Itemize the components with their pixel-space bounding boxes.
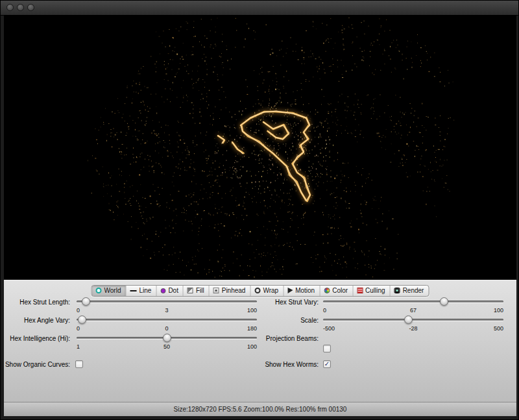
titlebar[interactable] xyxy=(1,1,518,16)
projection-beams-checkbox[interactable] xyxy=(323,345,331,352)
fill-icon xyxy=(187,288,193,293)
tab-label: Color xyxy=(332,287,348,294)
tab-world[interactable]: World xyxy=(92,286,127,296)
dot-icon xyxy=(160,288,165,293)
slider-scale: 0 0 180 xyxy=(77,325,257,332)
line-icon xyxy=(130,290,136,291)
minimize-button[interactable] xyxy=(17,4,24,11)
tab-label: World xyxy=(104,287,121,294)
tab-pinhead[interactable]: Pinhead xyxy=(210,286,251,296)
slider-value: 50 xyxy=(77,343,257,350)
particle-globe-canvas xyxy=(4,15,516,280)
tab-label: Line xyxy=(139,287,151,294)
culling-icon xyxy=(357,288,363,293)
tab-culling[interactable]: Culling xyxy=(353,286,391,296)
slider-value: 3 xyxy=(77,307,257,314)
status-text: Size:1280x720 FPS:5.6 Zoom:100.0% Res:10… xyxy=(174,406,347,413)
close-button[interactable] xyxy=(6,4,14,11)
app-window: World Line Dot Fill Pinhead Wrap Motion … xyxy=(0,0,519,420)
slider-max: 100 xyxy=(247,307,257,314)
slider-scale: 0 67 100 xyxy=(323,307,503,314)
slider-max: 100 xyxy=(247,343,257,350)
hex-angle-vary-label: Hex Angle Vary: xyxy=(0,317,70,324)
hex-strut-length-label: Hex Strut Length: xyxy=(0,299,70,306)
slider-track[interactable] xyxy=(323,301,503,303)
pinhead-icon xyxy=(213,288,219,293)
tab-bar: World Line Dot Fill Pinhead Wrap Motion … xyxy=(91,285,429,297)
tab-wrap[interactable]: Wrap xyxy=(250,286,284,296)
slider-max: 500 xyxy=(494,325,503,332)
wrap-icon xyxy=(254,288,260,293)
render-icon xyxy=(394,288,400,293)
tab-dot[interactable]: Dot xyxy=(156,286,184,296)
tab-label: Render xyxy=(403,287,424,294)
tab-motion[interactable]: Motion xyxy=(284,286,320,296)
slider-track[interactable] xyxy=(323,319,503,321)
slider-thumb[interactable] xyxy=(82,297,90,306)
slider-scale: 0 3 100 xyxy=(77,307,257,314)
tab-color[interactable]: Color xyxy=(320,286,353,296)
slider-value: 0 xyxy=(77,325,257,332)
slider-max: 180 xyxy=(247,325,257,332)
world-icon xyxy=(96,288,102,293)
slider-scale: 1 50 100 xyxy=(77,343,257,351)
show-hex-worms-checkbox[interactable]: ✓ xyxy=(323,360,331,368)
render-viewport[interactable] xyxy=(4,15,516,280)
slider-thumb[interactable] xyxy=(163,334,171,342)
tab-label: Culling xyxy=(365,287,385,294)
scale-label: Scale: xyxy=(228,317,319,324)
slider-scale: -500 -28 500 xyxy=(323,325,503,332)
tab-render[interactable]: Render xyxy=(391,286,429,296)
slider-max: 100 xyxy=(494,307,503,314)
tab-label: Motion xyxy=(295,287,315,294)
slider-thumb[interactable] xyxy=(78,315,86,324)
control-panel: World Line Dot Fill Pinhead Wrap Motion … xyxy=(4,280,516,402)
tab-label: Pinhead xyxy=(222,287,246,294)
motion-icon xyxy=(287,288,293,293)
scale-slider[interactable] xyxy=(323,315,503,324)
color-icon xyxy=(324,288,330,293)
tab-label: Fill xyxy=(196,287,204,294)
show-organic-curves-label: Show Organic Curves: xyxy=(0,361,70,368)
show-organic-curves-checkbox[interactable] xyxy=(75,360,83,368)
tab-label: Wrap xyxy=(263,287,278,294)
slider-thumb[interactable] xyxy=(440,297,448,306)
status-bar: Size:1280x720 FPS:5.6 Zoom:100.0% Res:10… xyxy=(4,402,516,416)
zoom-button[interactable] xyxy=(27,4,34,11)
hex-strut-vary-label: Hex Strut Vary: xyxy=(228,299,319,306)
projection-beams-label: Projection Beams: xyxy=(228,335,319,342)
show-hex-worms-label: Show Hex Worms: xyxy=(228,361,319,368)
tab-label: Dot xyxy=(168,287,178,294)
tab-fill[interactable]: Fill xyxy=(184,286,210,296)
hex-strut-vary-slider[interactable] xyxy=(323,297,503,306)
slider-value: 67 xyxy=(323,307,503,314)
slider-thumb[interactable] xyxy=(404,315,413,324)
hex-intelligence-label: Hex Intelligence (Hi): xyxy=(0,335,70,342)
slider-value: -28 xyxy=(323,325,503,332)
tab-line[interactable]: Line xyxy=(126,286,156,296)
